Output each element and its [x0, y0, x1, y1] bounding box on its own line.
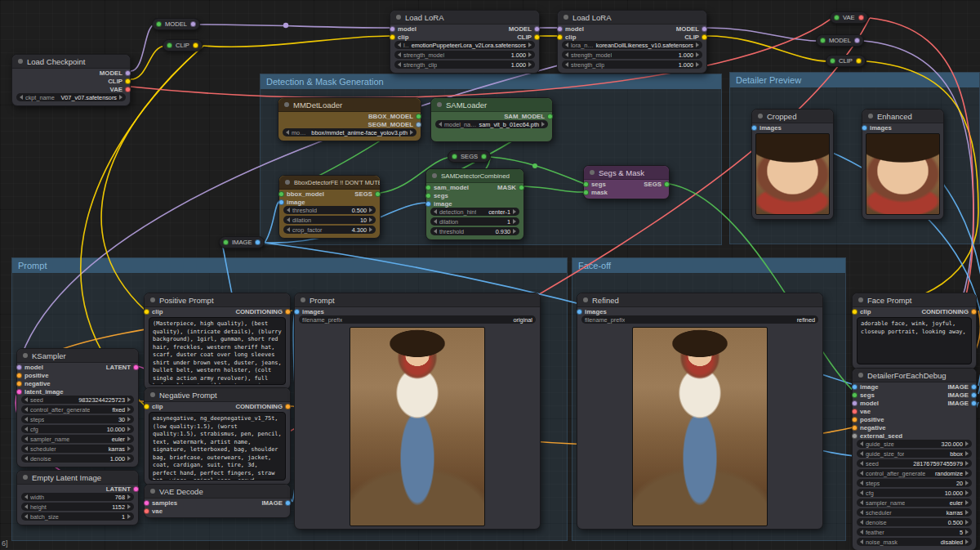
- output-port-image-2[interactable]: IMAGE: [947, 391, 977, 399]
- output-port-conditioning[interactable]: CONDITIONING: [235, 403, 291, 410]
- input-port-positive[interactable]: positive: [16, 372, 48, 379]
- output-port-clip[interactable]: CLIP: [517, 34, 540, 41]
- widget-height[interactable]: height1152: [21, 503, 134, 511]
- collapse-dot-icon[interactable]: [437, 102, 442, 107]
- widget-strength-model[interactable]: strength_model1.000: [562, 51, 702, 59]
- output-dot[interactable]: [193, 42, 198, 48]
- arrow-left-icon[interactable]: [434, 219, 437, 224]
- input-port-bbox-model[interactable]: bbox_model: [278, 190, 324, 198]
- input-port-clip[interactable]: clip: [144, 403, 163, 410]
- widget-threshold[interactable]: threshold0.500: [283, 206, 376, 214]
- arrow-left-icon[interactable]: [398, 52, 401, 57]
- widget-noise-mask[interactable]: noise_maskdisabled: [857, 538, 972, 546]
- input-port-image[interactable]: image: [425, 200, 452, 208]
- collapse-dot-icon[interactable]: [432, 173, 437, 178]
- arrow-left-icon[interactable]: [24, 407, 28, 412]
- arrow-left-icon[interactable]: [24, 436, 28, 441]
- output-port-image-3[interactable]: IMAGE: [947, 400, 977, 407]
- output-port-segm-model[interactable]: SEGM_MODEL: [368, 121, 421, 128]
- node-cropped[interactable]: Cropped images: [751, 109, 834, 220]
- widget-detection-hint[interactable]: detection_hintcenter-1: [430, 208, 519, 216]
- collapse-dot-icon[interactable]: [150, 297, 155, 302]
- output-dot[interactable]: [856, 58, 862, 64]
- widget-denoise[interactable]: denoise0.500: [857, 518, 972, 526]
- input-port-images[interactable]: images: [577, 308, 607, 315]
- output-port-segs[interactable]: SEGS: [354, 190, 381, 198]
- node-negative-prompt[interactable]: Negative Prompt clipCONDITIONING easyneg…: [144, 387, 291, 485]
- arrow-right-icon[interactable]: [965, 451, 969, 456]
- widget-seed[interactable]: seed98323244225723: [21, 396, 134, 404]
- node-load-lora-1[interactable]: Load LoRA modelMODEL clipCLIP lora_namee…: [390, 10, 540, 74]
- collapse-dot-icon[interactable]: [284, 102, 289, 107]
- node-enhanced[interactable]: Enhanced images: [862, 109, 944, 220]
- node-load-checkpoint[interactable]: Load Checkpoint MODEL CLIP VAE ckpt_name…: [11, 54, 131, 106]
- arrow-right-icon[interactable]: [369, 217, 372, 222]
- widget-width[interactable]: width768: [21, 493, 134, 501]
- output-port-model[interactable]: MODEL: [509, 25, 540, 33]
- wire-junction-dot[interactable]: [283, 23, 288, 28]
- reroute-vae-right[interactable]: VAE: [830, 11, 868, 24]
- reroute-clip-left[interactable]: CLIP: [163, 39, 203, 51]
- group-detection-header[interactable]: Detection & Mask Generation: [261, 74, 721, 89]
- widget-sampler-name[interactable]: sampler_nameeuler: [21, 435, 134, 443]
- prompt-textarea[interactable]: easynegative, ng_deepnegative_v1_75t, (l…: [149, 412, 286, 481]
- arrow-left-icon[interactable]: [860, 481, 863, 485]
- arrow-right-icon[interactable]: [965, 490, 969, 495]
- group-prompt-header[interactable]: Prompt: [12, 258, 567, 273]
- node-prompt-preview[interactable]: Prompt images filename_prefixoriginal: [294, 293, 541, 530]
- node-bbox-detector[interactable]: BboxDetectorFE !! DON'T MUTE !! bbox_mod…: [278, 175, 381, 239]
- node-segs-mask[interactable]: Segs & Mask segsSEGS mask: [583, 165, 670, 199]
- output-dot[interactable]: [190, 21, 196, 27]
- arrow-right-icon[interactable]: [541, 122, 545, 127]
- widget-guide-size-for[interactable]: guide_size_forbbox: [857, 449, 972, 458]
- node-vae-decode[interactable]: VAE Decode samplesIMAGE vae: [144, 484, 291, 518]
- node-face-prompt[interactable]: Face Prompt clipCONDITIONING adorable fa…: [852, 293, 977, 369]
- arrow-right-icon[interactable]: [410, 130, 413, 135]
- arrow-right-icon[interactable]: [127, 397, 131, 402]
- arrow-left-icon[interactable]: [565, 52, 568, 57]
- node-empty-latent[interactable]: Empty Latent Image LATENT width768 heigh…: [16, 470, 139, 525]
- input-port-image[interactable]: image: [852, 383, 879, 391]
- output-port-mask[interactable]: MASK: [497, 184, 524, 191]
- arrow-left-icon[interactable]: [286, 130, 289, 135]
- arrow-right-icon[interactable]: [965, 471, 969, 476]
- input-dot[interactable]: [223, 239, 229, 245]
- arrow-left-icon[interactable]: [434, 229, 437, 234]
- input-dot[interactable]: [156, 21, 162, 27]
- node-sam-loader[interactable]: SAMLoader SAM_MODEL model_namesam_vit_b_…: [430, 97, 553, 142]
- input-dot[interactable]: [820, 38, 826, 43]
- arrow-right-icon[interactable]: [528, 42, 532, 47]
- comfyui-canvas[interactable]: Detection & Mask Generation Detailer Pre…: [0, 0, 980, 550]
- widget-cfg[interactable]: cfg10.000: [857, 489, 972, 497]
- input-port-samples[interactable]: samples: [144, 499, 177, 507]
- arrow-right-icon[interactable]: [513, 219, 516, 224]
- input-dot[interactable]: [830, 58, 835, 64]
- arrow-right-icon[interactable]: [965, 500, 969, 505]
- widget-cfg[interactable]: cfg10.000: [21, 425, 134, 433]
- widget-scheduler[interactable]: schedulerkarras: [21, 445, 134, 453]
- reroute-model-right[interactable]: MODEL: [816, 34, 864, 47]
- input-port-segs[interactable]: segs: [425, 192, 448, 199]
- arrow-right-icon[interactable]: [528, 52, 532, 57]
- arrow-left-icon[interactable]: [20, 95, 23, 100]
- widget-seed[interactable]: seed281767597455979: [857, 459, 972, 467]
- output-dot[interactable]: [255, 239, 261, 245]
- reroute-image[interactable]: IMAGE: [219, 236, 265, 248]
- reroute-segs[interactable]: SEGS: [448, 150, 491, 163]
- arrow-left-icon[interactable]: [434, 209, 437, 214]
- arrow-right-icon[interactable]: [127, 446, 131, 451]
- arrow-right-icon[interactable]: [696, 52, 699, 57]
- widget-model-name[interactable]: model_namebbox/mmdet_anime-face_yolov3.p…: [283, 128, 416, 136]
- node-detailer-for-each-debug[interactable]: DetailerForEachDebug imageIMAGE segsIMAG…: [852, 368, 977, 550]
- arrow-right-icon[interactable]: [513, 229, 516, 234]
- input-port-negative[interactable]: negative: [852, 424, 886, 432]
- arrow-left-icon[interactable]: [439, 122, 442, 127]
- input-port-segs[interactable]: segs: [583, 181, 606, 188]
- input-port-clip[interactable]: clip: [144, 308, 163, 315]
- output-port-conditioning[interactable]: CONDITIONING: [235, 308, 291, 315]
- node-positive-prompt[interactable]: Positive Prompt clipCONDITIONING (Master…: [144, 293, 291, 390]
- arrow-left-icon[interactable]: [860, 539, 863, 544]
- output-port-image[interactable]: IMAGE: [261, 499, 291, 507]
- output-port-model[interactable]: MODEL: [100, 69, 131, 77]
- widget-model-name[interactable]: model_namesam_vit_b_01ec64.pth: [435, 120, 548, 128]
